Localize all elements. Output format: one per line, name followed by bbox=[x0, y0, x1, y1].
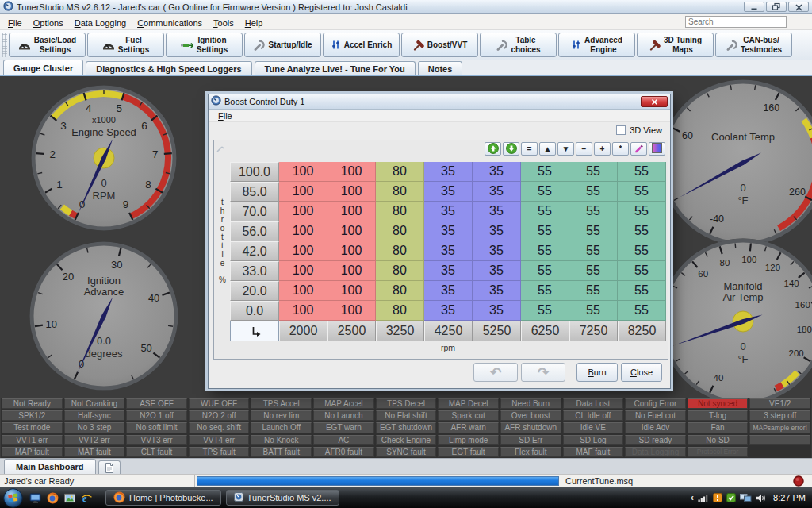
boost-table-cell[interactable]: 35 bbox=[424, 221, 473, 241]
menu-tools[interactable]: Tools bbox=[208, 17, 239, 29]
boost-table-cell[interactable]: 100 bbox=[279, 221, 327, 241]
boost-table-cell[interactable]: 100 bbox=[279, 301, 327, 321]
boost-table-cell[interactable]: 35 bbox=[424, 241, 473, 261]
boost-table-cell[interactable]: 100 bbox=[327, 202, 376, 221]
tab-gauge-cluster[interactable]: Gauge Cluster bbox=[3, 60, 83, 75]
boost-table-cell[interactable]: 55 bbox=[618, 221, 666, 241]
menu-help[interactable]: Help bbox=[239, 17, 269, 29]
boost-table-cell[interactable]: 80 bbox=[376, 301, 424, 321]
boost-table-cell[interactable]: 55 bbox=[618, 202, 666, 221]
dialog-menu-file[interactable]: File bbox=[213, 111, 237, 121]
boost-table-cell[interactable]: 55 bbox=[569, 202, 618, 221]
toolbar-boost-vvt-button[interactable]: Boost/VVT bbox=[401, 33, 478, 57]
boost-table-cell[interactable]: 55 bbox=[521, 182, 569, 202]
boost-table-cell[interactable]: 100 bbox=[327, 281, 376, 301]
boost-table-cell[interactable]: 55 bbox=[569, 281, 618, 301]
boost-table-cell[interactable]: 35 bbox=[473, 261, 521, 281]
decrement-button[interactable]: ▼ bbox=[557, 142, 574, 156]
boost-table-cell[interactable]: 35 bbox=[424, 301, 473, 321]
tray-volume-button[interactable] bbox=[756, 494, 766, 502]
color-scale-button[interactable] bbox=[649, 142, 665, 156]
toolbar-can-bus-testmodes-button[interactable]: CAN-bus/ Testmodes bbox=[715, 33, 792, 57]
boost-table-cell[interactable]: 55 bbox=[521, 301, 569, 321]
boost-table-cell[interactable]: 100 bbox=[279, 182, 327, 202]
toolbar-ignition-settings-button[interactable]: Ignition Settings bbox=[166, 33, 243, 57]
taskbar-window-tunerstudio-ms-v2[interactable]: TunerStudio MS v2.... bbox=[226, 490, 339, 506]
boost-table-cell[interactable]: 80 bbox=[376, 182, 424, 202]
toolbar-basic-load-settings-button[interactable]: Basic/Load Settings bbox=[9, 33, 86, 57]
boost-table-cell[interactable]: 35 bbox=[424, 281, 473, 301]
boost-table-cell[interactable]: 55 bbox=[569, 241, 618, 261]
toolbar-startup-idle-button[interactable]: Startup/Idle bbox=[244, 33, 321, 57]
toolbar-advanced-engine-button[interactable]: Advanced Engine bbox=[558, 33, 635, 57]
quick-launch-ie-button[interactable]: e bbox=[81, 492, 93, 504]
boost-table-cell[interactable]: 80 bbox=[376, 221, 424, 241]
tray-alert-orange-button[interactable] bbox=[713, 493, 722, 502]
table-send-button[interactable] bbox=[503, 142, 519, 156]
boost-table-cell[interactable]: 80 bbox=[376, 261, 424, 281]
tab-tune-analyze-live-tune-for-you[interactable]: Tune Analyze Live! - Tune For You bbox=[255, 61, 416, 75]
boost-table-cell[interactable]: 55 bbox=[521, 261, 569, 281]
boost-table-cell[interactable]: 80 bbox=[376, 202, 424, 221]
boost-table-cell[interactable]: 35 bbox=[424, 162, 473, 182]
boost-table-cell[interactable]: 100 bbox=[279, 281, 327, 301]
search-input[interactable] bbox=[685, 16, 787, 28]
menu-data-logging[interactable]: Data Logging bbox=[69, 17, 132, 29]
quick-launch-firefox-button[interactable] bbox=[47, 492, 59, 504]
boost-table-cell[interactable]: 100 bbox=[327, 182, 376, 202]
boost-table-cell[interactable]: 100 bbox=[327, 162, 376, 182]
boost-table-cell[interactable]: 55 bbox=[569, 162, 618, 182]
menu-file[interactable]: File bbox=[2, 17, 28, 29]
boost-table-cell[interactable]: 100 bbox=[327, 221, 376, 241]
view-3d-checkbox[interactable] bbox=[616, 125, 626, 135]
boost-table-cell[interactable]: 35 bbox=[473, 162, 521, 182]
dialog-titlebar[interactable]: Boost Control Duty 1 bbox=[209, 94, 670, 110]
increase-button[interactable]: + bbox=[594, 142, 611, 156]
boost-table-cell[interactable]: 100 bbox=[327, 261, 376, 281]
toolbar-3d-tuning-maps-button[interactable]: 3D Tuning Maps bbox=[637, 33, 714, 57]
toolbar-fuel-settings-button[interactable]: Fuel Settings bbox=[87, 33, 164, 57]
boost-table-cell[interactable]: 55 bbox=[521, 221, 569, 241]
boost-table-cell[interactable]: 35 bbox=[473, 221, 521, 241]
boost-table-cell[interactable]: 100 bbox=[279, 202, 327, 221]
set-equal-button[interactable]: = bbox=[521, 142, 538, 156]
tray-signal-bars-button[interactable] bbox=[698, 494, 709, 502]
boost-table-cell[interactable]: 80 bbox=[376, 241, 424, 261]
quick-launch-photos-button[interactable] bbox=[64, 493, 75, 503]
undo-button[interactable]: ↶ bbox=[473, 363, 518, 382]
boost-table-cell[interactable]: 35 bbox=[424, 261, 473, 281]
quick-launch-display-button[interactable] bbox=[29, 493, 41, 503]
boost-table-cell[interactable]: 55 bbox=[618, 281, 666, 301]
boost-table-cell[interactable]: 55 bbox=[569, 182, 618, 202]
boost-table-cell[interactable]: 100 bbox=[279, 261, 327, 281]
boost-table-cell[interactable]: 55 bbox=[618, 182, 666, 202]
boost-table-cell[interactable]: 55 bbox=[569, 261, 618, 281]
boost-table-cell[interactable]: 35 bbox=[473, 281, 521, 301]
tab-diagnostics-high-speed-loggers[interactable]: Diagnostics & High Speed Loggers bbox=[86, 61, 251, 75]
toolbar-accel-enrich-button[interactable]: Accel Enrich bbox=[323, 33, 400, 57]
restore-button[interactable] bbox=[766, 2, 787, 12]
minimize-button[interactable] bbox=[744, 2, 764, 12]
boost-table-cell[interactable]: 55 bbox=[618, 301, 666, 321]
menu-communications[interactable]: Communications bbox=[132, 17, 208, 29]
boost-table-cell[interactable]: 55 bbox=[521, 162, 569, 182]
dialog-close-button[interactable] bbox=[641, 96, 668, 107]
close-button[interactable]: Close bbox=[621, 363, 662, 382]
boost-table-cell[interactable]: 35 bbox=[473, 202, 521, 221]
start-button[interactable] bbox=[3, 488, 23, 508]
boost-table-cell[interactable]: 35 bbox=[473, 301, 521, 321]
boost-table-cell[interactable]: 35 bbox=[424, 202, 473, 221]
tray-updates-green-button[interactable] bbox=[726, 493, 736, 502]
close-button[interactable] bbox=[788, 2, 809, 12]
boost-table-cell[interactable]: 35 bbox=[473, 182, 521, 202]
redo-button[interactable]: ↷ bbox=[521, 363, 565, 382]
boost-table-cell[interactable]: 55 bbox=[521, 281, 569, 301]
menu-options[interactable]: Options bbox=[28, 17, 69, 29]
toolbar-drag-handle[interactable] bbox=[2, 33, 7, 57]
tray-expand-icon[interactable]: ‹ bbox=[691, 494, 694, 502]
boost-table-cell[interactable]: 55 bbox=[618, 241, 666, 261]
new-dashboard-tab[interactable] bbox=[98, 460, 121, 474]
table-receive-button[interactable] bbox=[485, 142, 501, 156]
boost-table-cell[interactable]: 100 bbox=[279, 241, 327, 261]
increment-button[interactable]: ▲ bbox=[539, 142, 556, 156]
